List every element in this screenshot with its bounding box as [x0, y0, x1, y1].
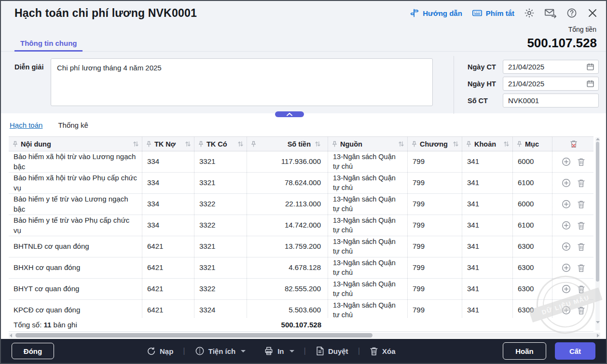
scroll-down-arrow[interactable] [596, 321, 600, 324]
delete-row-icon[interactable] [577, 179, 585, 188]
table-row[interactable]: BHXH cơ quan đóng 6421 3321 4.678.128 13… [9, 257, 593, 279]
sort-icon[interactable] [398, 141, 404, 147]
cell-khoan[interactable]: 341 [462, 257, 513, 278]
cell-noi-dung[interactable]: Bảo hiểm xã hội trừ vào Phụ cấp chức vụ [9, 173, 142, 193]
close-button[interactable]: Đóng [12, 343, 54, 359]
reload-button[interactable]: Nạp [147, 347, 173, 356]
sort-icon[interactable] [237, 141, 244, 147]
cell-nguon[interactable]: 13-Ngân sách Quận tự chủ [328, 194, 408, 215]
cell-tk-co[interactable]: 3321 [194, 257, 247, 278]
cell-nguon[interactable]: 13-Ngân sách Quận tự chủ [328, 279, 408, 299]
so-ct-input[interactable] [503, 94, 599, 108]
col-header-noi-dung[interactable]: Nội dung [9, 137, 142, 151]
vertical-scrollbar[interactable] [595, 137, 600, 330]
shortcut-link[interactable]: Phím tắt [472, 8, 514, 18]
sort-icon[interactable] [503, 141, 510, 147]
collapse-toggle[interactable] [275, 111, 304, 117]
cell-khoan[interactable]: 341 [462, 173, 513, 193]
cell-chuong[interactable]: 799 [408, 257, 462, 278]
table-row[interactable]: KPCĐ cơ quan đóng 6421 3324 5.503.600 13… [9, 300, 593, 318]
postpone-button[interactable]: Hoãn [503, 342, 546, 360]
add-row-icon[interactable] [562, 242, 571, 251]
cell-nguon[interactable]: 13-Ngân sách Quận tự chủ [328, 236, 408, 257]
gear-icon[interactable] [524, 8, 535, 18]
cell-khoan[interactable]: 341 [462, 215, 513, 236]
horizontal-scroll-thumb[interactable] [15, 333, 372, 337]
pin-icon[interactable] [332, 141, 337, 147]
cell-nguon[interactable]: 13-Ngân sách Quận tự chủ [328, 215, 408, 236]
add-row-icon[interactable] [562, 200, 571, 209]
table-row[interactable]: BHTNLĐ cơ quan đóng 6421 3321 13.759.200… [9, 236, 593, 257]
pin-icon[interactable] [13, 141, 18, 147]
cell-muc[interactable]: 6100 [513, 215, 552, 236]
delete-row-icon[interactable] [577, 285, 585, 294]
cell-tk-co[interactable]: 3322 [194, 215, 247, 236]
cell-tk-no[interactable]: 334 [142, 215, 194, 236]
delete-row-icon[interactable] [577, 243, 585, 251]
sort-icon[interactable] [133, 141, 139, 147]
cell-so-tien[interactable]: 14.742.000 [247, 215, 328, 236]
table-row[interactable]: Bảo hiểm xã hội trừ vào Lương ngạch bậc … [9, 151, 593, 173]
col-header-tk-co[interactable]: TK Có [194, 137, 247, 151]
delete-button[interactable]: Xóa [370, 347, 396, 356]
cell-chuong[interactable]: 799 [408, 215, 462, 236]
print-button[interactable]: In [264, 346, 294, 356]
cell-tk-co[interactable]: 3321 [194, 151, 247, 172]
cell-so-tien[interactable]: 5.503.600 [247, 300, 328, 318]
add-row-icon[interactable] [562, 284, 571, 294]
subtab-thong-ke[interactable]: Thống kê [58, 121, 88, 129]
cell-khoan[interactable]: 341 [462, 300, 513, 318]
calendar-icon[interactable] [586, 80, 594, 88]
cell-noi-dung[interactable]: Bảo hiểm y tế trừ vào Lương ngạch bậc [9, 194, 142, 215]
cell-chuong[interactable]: 799 [408, 279, 462, 299]
col-header-nguon[interactable]: Nguồn [328, 137, 408, 151]
utilities-button[interactable]: Tiện ích [195, 346, 246, 356]
sort-icon[interactable] [185, 141, 191, 147]
cell-so-tien[interactable]: 13.759.200 [247, 236, 328, 257]
cell-noi-dung[interactable]: BHTNLĐ cơ quan đóng [9, 236, 142, 257]
cell-so-tien[interactable]: 82.555.200 [247, 279, 328, 299]
help-icon[interactable] [566, 8, 577, 18]
col-header-chuong[interactable]: Chương [408, 137, 462, 151]
cell-so-tien[interactable]: 78.624.000 [247, 173, 328, 193]
delete-all-icon[interactable] [570, 140, 578, 148]
cell-nguon[interactable]: 13-Ngân sách Quận tự chủ [328, 173, 408, 193]
vertical-scroll-thumb[interactable] [596, 142, 599, 282]
pin-icon[interactable] [198, 141, 204, 147]
cell-muc[interactable]: 6100 [513, 173, 552, 193]
cell-chuong[interactable]: 799 [408, 194, 462, 215]
cell-muc[interactable]: 6300 [513, 300, 552, 318]
approve-button[interactable]: Duyệt [316, 346, 348, 356]
col-header-khoan[interactable]: Khoản [462, 137, 513, 151]
cell-chuong[interactable]: 799 [408, 173, 462, 193]
table-row[interactable]: BHYT cơ quan đóng 6421 3322 82.555.200 1… [9, 279, 593, 300]
cell-chuong[interactable]: 799 [408, 236, 462, 257]
cell-tk-no[interactable]: 334 [142, 173, 194, 193]
col-header-so-tien[interactable]: Số tiền [247, 137, 328, 151]
save-button[interactable]: Cất [555, 342, 595, 360]
cell-noi-dung[interactable]: BHYT cơ quan đóng [9, 279, 142, 299]
calendar-icon[interactable] [586, 63, 594, 71]
cell-khoan[interactable]: 341 [462, 151, 513, 172]
cell-muc[interactable]: 6000 [513, 151, 552, 172]
delete-row-icon[interactable] [577, 306, 585, 315]
pin-icon[interactable] [412, 141, 417, 147]
table-row[interactable]: Bảo hiểm y tế trừ vào Phụ cấp chức vụ 33… [9, 215, 593, 236]
cell-chuong[interactable]: 799 [408, 151, 462, 172]
pin-icon[interactable] [251, 141, 256, 147]
cell-noi-dung[interactable]: Bảo hiểm y tế trừ vào Phụ cấp chức vụ [9, 215, 142, 236]
tab-thong-tin-chung[interactable]: Thông tin chung [14, 39, 83, 52]
cell-tk-no[interactable]: 6421 [142, 300, 194, 318]
col-header-tk-no[interactable]: TK Nợ [142, 137, 194, 151]
subtab-hach-toan[interactable]: Hạch toán [10, 121, 42, 129]
table-row[interactable]: Bảo hiểm y tế trừ vào Lương ngạch bậc 33… [9, 194, 593, 215]
delete-row-icon[interactable] [577, 200, 585, 209]
cell-tk-no[interactable]: 6421 [142, 236, 194, 257]
add-row-icon[interactable] [562, 178, 571, 188]
cell-so-tien[interactable]: 4.678.128 [247, 257, 328, 278]
scroll-left-arrow[interactable] [10, 334, 12, 337]
col-header-muc[interactable]: Mục [513, 137, 552, 151]
cell-khoan[interactable]: 341 [462, 194, 513, 215]
pin-icon[interactable] [517, 141, 522, 147]
sort-icon[interactable] [453, 141, 459, 147]
